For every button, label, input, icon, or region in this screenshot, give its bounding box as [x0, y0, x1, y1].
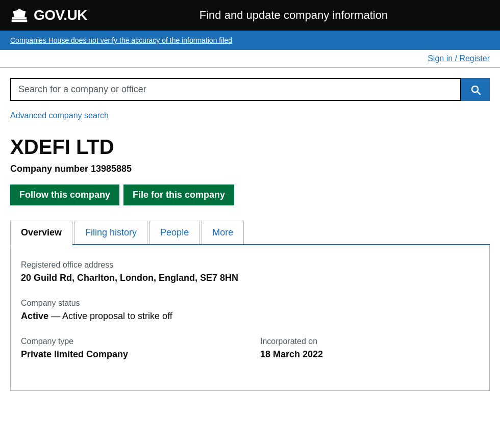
company-status-label: Company status — [21, 299, 479, 308]
company-type-value: Private limited Company — [21, 349, 240, 360]
advanced-search-section: Advanced company search — [0, 106, 500, 130]
search-icon — [469, 84, 482, 96]
company-number-value: 13985885 — [91, 164, 132, 174]
tab-people[interactable]: People — [149, 221, 199, 244]
company-status-note: — Active proposal to strike off — [48, 311, 172, 321]
notice-link[interactable]: Companies House does not verify the accu… — [10, 36, 232, 44]
registered-office-section: Registered office address 20 Guild Rd, C… — [21, 260, 479, 283]
notice-bar: Companies House does not verify the accu… — [0, 31, 500, 50]
signin-bar: Sign in / Register — [0, 50, 500, 68]
company-section: XDEFI LTD Company number 13985885 Follow… — [0, 130, 500, 401]
site-header: GOV.UK Find and update company informati… — [0, 0, 500, 31]
company-name: XDEFI LTD — [10, 136, 490, 159]
gov-uk-text: GOV.UK — [34, 7, 87, 23]
signin-link[interactable]: Sign in / Register — [428, 54, 490, 63]
company-number-label: Company number — [10, 164, 88, 174]
action-buttons: Follow this company File for this compan… — [10, 185, 490, 205]
svg-rect-1 — [12, 20, 28, 22]
crown-icon — [10, 6, 29, 24]
company-type-incorporated-row: Company type Private limited Company Inc… — [21, 337, 479, 375]
company-status-value: Active — Active proposal to strike off — [21, 311, 479, 322]
company-number-row: Company number 13985885 — [10, 164, 490, 174]
registered-office-label: Registered office address — [21, 260, 479, 270]
tab-overview[interactable]: Overview — [10, 221, 72, 245]
search-form — [10, 78, 490, 101]
registered-office-value: 20 Guild Rd, Charlton, London, England, … — [21, 273, 479, 283]
company-type-label: Company type — [21, 337, 240, 346]
tab-more[interactable]: More — [202, 221, 244, 244]
gov-uk-logo[interactable]: GOV.UK — [10, 6, 87, 24]
incorporated-label: Incorporated on — [260, 337, 479, 346]
search-section — [0, 68, 500, 106]
tabs-nav: Overview Filing history People More — [10, 221, 490, 245]
tab-content-overview: Registered office address 20 Guild Rd, C… — [10, 245, 490, 391]
follow-company-button[interactable]: Follow this company — [10, 185, 119, 205]
incorporated-value: 18 March 2022 — [260, 349, 479, 360]
incorporated-section: Incorporated on 18 March 2022 — [260, 337, 479, 360]
file-company-button[interactable]: File for this company — [123, 185, 234, 205]
search-button[interactable] — [461, 78, 490, 101]
svg-rect-0 — [12, 17, 27, 19]
tab-filing-history[interactable]: Filing history — [74, 221, 147, 244]
header-title: Find and update company information — [199, 9, 388, 22]
company-type-section: Company type Private limited Company — [21, 337, 240, 360]
company-status-bold: Active — [21, 311, 48, 321]
company-status-section: Company status Active — Active proposal … — [21, 299, 479, 322]
search-input[interactable] — [10, 78, 461, 101]
advanced-search-link[interactable]: Advanced company search — [10, 111, 109, 120]
